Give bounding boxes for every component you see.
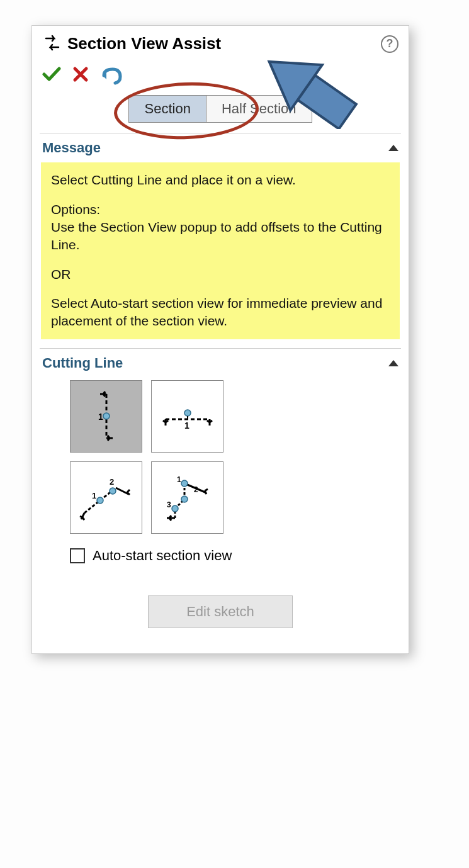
cutting-line-aligned[interactable]: 1 2 (70, 461, 142, 534)
panel-title: Section View Assist (67, 34, 381, 54)
ok-button[interactable] (42, 63, 61, 87)
message-line: OR (51, 266, 390, 283)
cutting-line-vertical[interactable]: 1 (70, 380, 142, 453)
group-label: Message (42, 140, 101, 156)
svg-point-2 (103, 413, 110, 419)
svg-point-11 (181, 496, 188, 502)
svg-point-6 (97, 497, 103, 504)
svg-text:2: 2 (110, 477, 114, 487)
svg-point-4 (184, 410, 191, 416)
svg-text:2: 2 (194, 485, 198, 494)
checkbox-icon (70, 548, 85, 563)
message-line: Select Cutting Line and place it on a vi… (51, 171, 390, 189)
group-header-message[interactable]: Message (32, 133, 409, 160)
action-row (32, 57, 409, 91)
group-header-cutting-line[interactable]: Cutting Line (32, 349, 409, 375)
group-label: Cutting Line (42, 355, 123, 371)
feature-icon (42, 33, 62, 54)
checkbox-label: Auto-start section view (93, 548, 232, 564)
tab-section[interactable]: Section (128, 95, 206, 123)
cutting-line-options: 1 1 1 2 (70, 380, 409, 534)
message-line: Options: Use the Section View popup to a… (51, 201, 390, 254)
svg-point-10 (181, 480, 188, 487)
chevron-up-icon (388, 145, 398, 151)
undo-button[interactable] (100, 65, 123, 86)
svg-point-7 (110, 488, 116, 494)
chevron-up-icon (388, 360, 398, 366)
auto-start-checkbox[interactable]: Auto-start section view (70, 548, 409, 564)
svg-text:1: 1 (184, 420, 189, 431)
svg-text:3: 3 (167, 500, 171, 509)
message-box: Select Cutting Line and place it on a vi… (41, 162, 400, 339)
tab-row: Section Half Section (32, 91, 409, 133)
cutting-line-horizontal[interactable]: 1 (151, 380, 223, 453)
svg-text:1: 1 (92, 491, 96, 500)
panel-header: Section View Assist ? (32, 26, 409, 57)
property-panel: Section View Assist ? (31, 25, 409, 654)
edit-sketch-button: Edit sketch (148, 595, 293, 628)
svg-text:1: 1 (177, 475, 181, 484)
help-icon[interactable]: ? (381, 35, 398, 53)
message-line: Select Auto-start section view for immed… (51, 295, 390, 330)
tab-half-section[interactable]: Half Section (206, 95, 312, 123)
cutting-line-broken[interactable]: 1 2 3 (151, 461, 223, 534)
svg-point-12 (172, 505, 178, 512)
svg-text:1: 1 (98, 412, 103, 422)
cancel-button[interactable] (72, 63, 89, 87)
